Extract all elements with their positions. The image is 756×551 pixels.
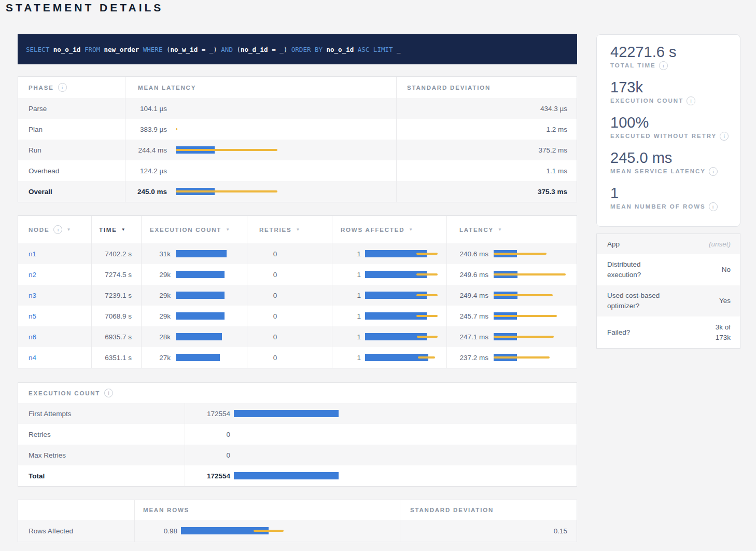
statement-info-label-text: Used cost-based optimizer?: [607, 291, 672, 311]
node-time-value: 7402.2 s: [105, 250, 132, 258]
table-cell: 237.2 ms: [446, 347, 578, 368]
table-cell: First Attempts: [18, 403, 185, 424]
stddev-value: 1.2 ms: [546, 126, 567, 133]
sort-arrow-icon[interactable]: ▼: [121, 227, 127, 232]
column-header-standard-deviation: STANDARD DEVIATION: [407, 85, 491, 91]
exec-count-value: 29k: [142, 312, 171, 320]
latency-value: 247.1 ms: [447, 333, 488, 341]
column-header[interactable]: TIME: [99, 227, 117, 233]
statement-info-value-text: No: [722, 265, 731, 275]
table-cell: 31k: [141, 243, 247, 264]
exec-row: Retries0: [18, 424, 577, 445]
sort-arrow-icon[interactable]: ▼: [226, 227, 231, 232]
info-icon[interactable]: i: [720, 132, 729, 141]
rows-affected-bar-chart: [365, 330, 444, 343]
node-link[interactable]: n6: [29, 333, 36, 341]
mean-bar: [176, 312, 225, 320]
table-cell: 1: [332, 306, 446, 326]
table-cell: n5: [18, 306, 91, 326]
summary-stat: 100%EXECUTED WITHOUT RETRYi: [610, 114, 726, 141]
sql-token: (: [233, 46, 241, 53]
info-icon[interactable]: i: [709, 167, 718, 176]
sql-token: WHERE: [139, 46, 166, 53]
info-icon[interactable]: i: [58, 83, 67, 92]
summary-stats-card: 42271.6 sTOTAL TIMEi173kEXECUTION COUNTi…: [596, 34, 740, 227]
sort-arrow-icon[interactable]: ▼: [66, 227, 72, 232]
latency-value: 240.6 ms: [447, 250, 488, 258]
execution-count-table: EXECUTION COUNTiFirst Attempts172554Retr…: [18, 382, 577, 487]
table-cell: 27k: [141, 347, 247, 368]
table-cell: Rows Affected: [18, 520, 134, 542]
info-icon[interactable]: i: [104, 389, 113, 397]
sort-arrow-icon[interactable]: ▼: [409, 227, 414, 232]
column-header[interactable]: LATENCY: [459, 227, 494, 233]
phase-row: Overhead124.2 µs1.1 ms: [18, 160, 577, 181]
latency-bar-chart: [176, 185, 392, 198]
node-stats-table: NODEi▼TIME▼EXECUTION COUNT▼RETRIES▼ROWS …: [18, 215, 577, 368]
table-cell: 1: [332, 347, 446, 368]
statement-info-value: No: [693, 254, 740, 285]
exec-count-value: 31k: [142, 250, 171, 258]
rows-affected-table: MEAN ROWSSTANDARD DEVIATIONRows Affected…: [18, 500, 577, 542]
latency-bar-chart: [494, 247, 573, 260]
column-header[interactable]: EXECUTION COUNT: [150, 227, 221, 233]
exec-row-value: 0: [185, 431, 230, 438]
node-row: n57068.9 s29k01245.7 ms: [18, 306, 577, 326]
summary-stat-label: TOTAL TIMEi: [610, 61, 726, 70]
rows-affected-row: Rows Affected0.980.15: [18, 520, 577, 542]
exec-count-bar-chart: [176, 351, 244, 364]
latency-value: 249.4 ms: [447, 292, 488, 299]
table-cell: Overhead: [18, 160, 125, 181]
column-header[interactable]: ROWS AFFECTED: [341, 227, 404, 233]
stddev-line: [416, 294, 438, 296]
table-cell: Run: [18, 140, 125, 160]
mean-latency-value: 244.4 ms: [125, 146, 167, 154]
sort-arrow-icon[interactable]: ▼: [296, 227, 301, 232]
node-link[interactable]: n5: [29, 312, 36, 320]
info-icon[interactable]: i: [709, 202, 718, 211]
sort-arrow-icon[interactable]: ▼: [498, 227, 503, 232]
exec-table-header: EXECUTION COUNTi: [18, 383, 577, 403]
statement-info-label: Distributed execution?: [597, 254, 693, 285]
column-header[interactable]: NODE: [29, 227, 49, 233]
column-header[interactable]: RETRIES: [259, 227, 291, 233]
table-cell: 1: [332, 264, 446, 285]
info-icon[interactable]: i: [687, 97, 695, 105]
mean-rows-value: 0.98: [135, 527, 177, 535]
table-cell: 434.3 µs: [396, 98, 578, 119]
node-time-value: 7068.9 s: [105, 312, 132, 320]
node-link[interactable]: n2: [29, 271, 36, 279]
exec-count-value: 28k: [142, 333, 171, 341]
table-cell: 6351.1 s: [91, 347, 141, 368]
rows-table-header: MEAN ROWSSTANDARD DEVIATION: [18, 500, 577, 520]
phase-name: Plan: [29, 126, 43, 133]
info-icon[interactable]: i: [53, 225, 62, 234]
stddev-line: [416, 315, 438, 317]
node-link[interactable]: n1: [29, 250, 36, 258]
table-cell: 124.2 µs: [125, 160, 396, 181]
rows-row-label: Rows Affected: [29, 527, 73, 535]
table-cell: 1: [332, 243, 446, 264]
node-link[interactable]: n3: [29, 292, 36, 299]
table-cell: Plan: [18, 119, 125, 140]
table-cell: RETRIES▼: [247, 216, 332, 243]
stddev-line: [176, 128, 177, 130]
mean-bar: [176, 271, 225, 278]
table-cell: Retries: [18, 424, 185, 445]
exec-row: First Attempts172554: [18, 403, 577, 424]
sql-token: ORDER BY: [291, 46, 327, 53]
summary-stat-label-text: EXECUTION COUNT: [610, 97, 683, 105]
table-cell: LATENCY▼: [446, 216, 578, 243]
info-icon[interactable]: i: [659, 61, 668, 70]
node-row: n27274.5 s29k01249.6 ms: [18, 264, 577, 285]
summary-stat: 245.0 msMEAN SERVICE LATENCYi: [610, 149, 726, 176]
node-link[interactable]: n4: [29, 354, 36, 362]
table-cell: 7239.1 s: [91, 285, 141, 306]
summary-stat-label-text: TOTAL TIME: [610, 62, 656, 70]
table-cell: 7068.9 s: [91, 306, 141, 326]
sql-token: SELECT: [26, 46, 53, 53]
column-header-mean-latency: MEAN LATENCY: [138, 85, 196, 91]
mean-bar: [176, 292, 225, 299]
summary-stat: 42271.6 sTOTAL TIMEi: [610, 43, 726, 70]
table-cell: 6935.7 s: [91, 326, 141, 347]
